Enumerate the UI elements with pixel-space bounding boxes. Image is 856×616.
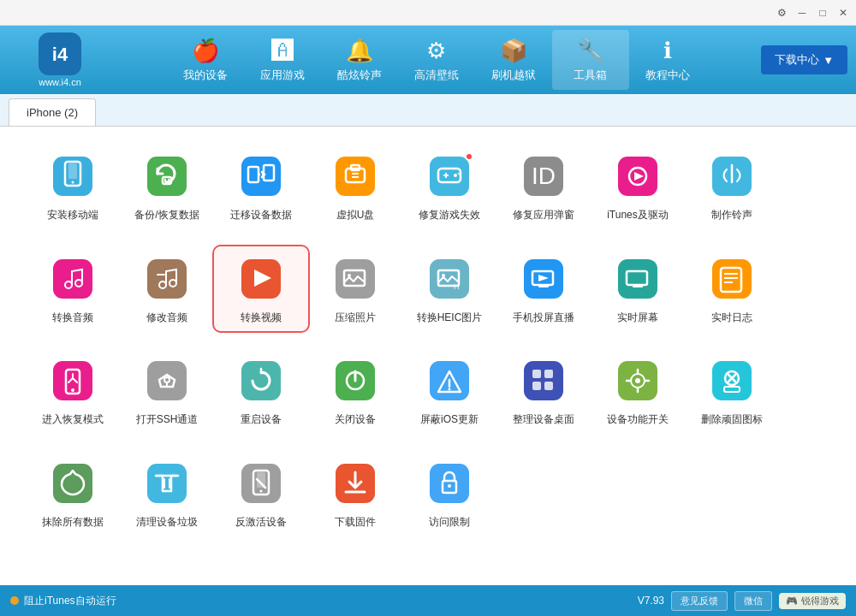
close-button[interactable]: ✕	[834, 3, 853, 22]
nav-tab-wallpapers[interactable]: ⚙高清壁纸	[398, 30, 475, 90]
recovery-mode-label: 进入恢复模式	[42, 413, 104, 427]
device-features-label: 设备功能开关	[607, 413, 669, 427]
status-left: 阻止iTunes自动运行	[10, 594, 631, 608]
my-device-icon: 🍎	[192, 38, 219, 64]
organize-desktop-label: 整理设备桌面	[513, 413, 574, 427]
svg-text:H: H	[454, 282, 460, 291]
tool-modify-audio[interactable]: 修改音频	[120, 246, 214, 332]
device-features-icon	[612, 355, 663, 406]
clean-junk-label: 清理设备垃圾	[136, 516, 198, 530]
tool-deactivate[interactable]: 反激活设备	[214, 451, 308, 536]
recovery-mode-icon	[47, 355, 98, 406]
organize-desktop-icon	[518, 355, 569, 406]
apps-games-label: 应用游戏	[260, 68, 305, 83]
tool-fix-app-popup[interactable]: ID 修复应用弹窗	[496, 144, 591, 229]
open-ssh-label: 打开SSH通道	[136, 413, 199, 427]
tool-device-features[interactable]: 设备功能开关	[591, 348, 685, 434]
tool-restart-device[interactable]: 重启设备	[214, 348, 308, 434]
download-firmware-label: 下载固件	[335, 516, 376, 530]
tutorials-label: 教程中心	[645, 68, 690, 83]
tool-convert-video[interactable]: 转换视频	[214, 246, 308, 332]
device-tab[interactable]: iPhone (2)	[9, 98, 96, 126]
realtime-log-icon	[706, 253, 758, 305]
logo-area: i4 www.i4.cn	[9, 30, 111, 90]
shutdown-device-icon	[330, 355, 381, 406]
ringtones-label: 酷炫铃声	[337, 68, 382, 83]
remove-stubborn-icon	[706, 355, 758, 406]
compress-photo-label: 压缩照片	[335, 311, 376, 325]
convert-audio-icon	[47, 253, 98, 305]
header: i4 www.i4.cn 🍎我的设备🅰应用游戏🔔酷炫铃声⚙高清壁纸📦刷机越狱🔧工…	[0, 26, 856, 94]
tool-backup-restore[interactable]: 备份/恢复数据	[120, 144, 214, 229]
toolbox-label: 工具箱	[574, 68, 607, 83]
tool-erase-all-data[interactable]: 抹除所有数据	[26, 451, 120, 536]
tool-open-ssh[interactable]: 打开SSH通道	[120, 348, 214, 434]
svg-point-100	[260, 489, 263, 492]
tool-migrate-data[interactable]: 迁移设备数据	[214, 144, 308, 229]
maximize-button[interactable]: □	[813, 3, 832, 22]
svg-rect-78	[532, 382, 541, 390]
tool-install-mobile[interactable]: 安装移动端	[26, 144, 120, 229]
toolbox-icon: 🔧	[577, 38, 604, 64]
access-limit-icon	[424, 458, 475, 509]
erase-all-data-icon	[47, 458, 98, 509]
nav-tab-my-device[interactable]: 🍎我的设备	[167, 30, 244, 90]
feedback-button[interactable]: 意见反馈	[671, 591, 728, 611]
svg-rect-4	[68, 163, 77, 179]
itunes-driver-icon	[612, 151, 663, 202]
tab-strip: iPhone (2)	[0, 94, 856, 127]
version-text: V7.93	[638, 595, 664, 607]
tool-organize-desktop[interactable]: 整理设备桌面	[496, 348, 591, 434]
tool-virtual-udisk[interactable]: 虚拟U盘	[308, 144, 402, 229]
nav-tab-jailbreak[interactable]: 📦刷机越狱	[475, 30, 552, 90]
nav-tab-ringtones[interactable]: 🔔酷炫铃声	[321, 30, 398, 90]
tool-convert-audio[interactable]: 转换音频	[26, 246, 120, 332]
svg-text:i4: i4	[52, 44, 68, 65]
make-ringtone-label: 制作铃声	[711, 209, 752, 222]
svg-rect-77	[544, 370, 553, 378]
erase-all-data-label: 抹除所有数据	[42, 516, 104, 530]
install-mobile-label: 安装移动端	[47, 209, 98, 222]
logo-url: www.i4.cn	[39, 77, 81, 87]
svg-rect-75	[524, 361, 563, 400]
tool-access-limit[interactable]: 访问限制	[402, 451, 496, 536]
tool-convert-heic[interactable]: H 转换HEIC图片	[402, 246, 496, 332]
nav-tab-toolbox[interactable]: 🔧工具箱	[552, 30, 629, 90]
svg-point-24	[458, 173, 461, 175]
tool-realtime-screen[interactable]: 实时屏幕	[591, 246, 685, 332]
tool-recovery-mode[interactable]: 进入恢复模式	[26, 348, 120, 434]
restart-device-icon	[235, 355, 287, 406]
tool-fix-game-effect[interactable]: 修复游戏失效	[402, 144, 496, 229]
migrate-data-icon	[235, 151, 287, 202]
nav-tab-apps-games[interactable]: 🅰应用游戏	[244, 30, 321, 90]
access-limit-label: 访问限制	[429, 516, 470, 530]
tool-realtime-log[interactable]: 实时日志	[685, 246, 779, 332]
download-center-button[interactable]: 下载中心 ▼	[761, 45, 847, 74]
tool-block-ios-update[interactable]: 屏蔽iOS更新	[402, 348, 496, 434]
tool-download-firmware[interactable]: 下载固件	[308, 451, 402, 536]
shutdown-device-label: 关闭设备	[335, 413, 376, 427]
tool-screen-cast[interactable]: 手机投屏直播	[496, 246, 591, 332]
tool-shutdown-device[interactable]: 关闭设备	[308, 348, 402, 434]
tool-clean-junk[interactable]: 清理设备垃圾	[120, 451, 214, 536]
wechat-button[interactable]: 微信	[734, 591, 772, 611]
settings-button[interactable]: ⚙	[772, 3, 791, 22]
tool-remove-stubborn[interactable]: 删除顽固图标	[685, 348, 779, 434]
svg-point-74	[449, 388, 451, 391]
minimize-button[interactable]: ─	[793, 3, 811, 22]
convert-heic-icon: H	[424, 253, 475, 305]
tool-itunes-driver[interactable]: iTunes及驱动	[591, 144, 685, 229]
title-bar: ⚙ ─ □ ✕	[0, 0, 856, 26]
svg-rect-104	[430, 464, 469, 503]
tool-make-ringtone[interactable]: 制作铃声	[685, 144, 779, 229]
status-right: V7.93 意见反馈 微信 🎮 锐得游戏	[638, 591, 846, 611]
svg-text:ID: ID	[532, 163, 556, 189]
nav-tabs: 🍎我的设备🅰应用游戏🔔酷炫铃声⚙高清壁纸📦刷机越狱🔧工具箱ℹ教程中心	[111, 30, 761, 90]
make-ringtone-icon	[706, 151, 758, 202]
nav-tab-tutorials[interactable]: ℹ教程中心	[629, 30, 706, 90]
tool-compress-photo[interactable]: 压缩照片	[308, 246, 402, 332]
svg-rect-68	[241, 361, 281, 400]
clean-junk-icon	[141, 458, 193, 509]
compress-photo-icon	[330, 253, 381, 305]
warning-text: 阻止iTunes自动运行	[24, 594, 116, 608]
